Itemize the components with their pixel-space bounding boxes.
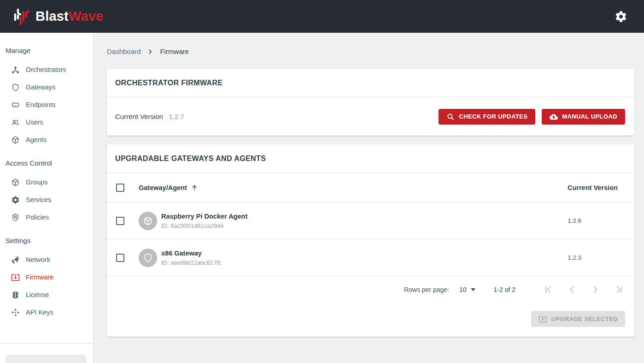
current-version: Current Version 1.2.7: [115, 113, 184, 120]
current-version-label: Current Version: [115, 113, 163, 120]
avatar: [139, 212, 157, 230]
sidebar-item-policies[interactable]: Policies: [0, 208, 93, 226]
shield-icon: [11, 83, 20, 92]
sidebar-item-services[interactable]: Services: [0, 191, 93, 208]
row-name: x86 Gateway: [161, 250, 222, 257]
pagination-range-label: 1-2 of 2: [494, 286, 515, 293]
users-icon: [11, 118, 20, 127]
row-text: Raspberry Pi Docker Agent ID: 9a29001d61…: [161, 213, 247, 229]
next-page-icon[interactable]: [590, 284, 601, 295]
last-page-icon[interactable]: [614, 284, 625, 295]
sidebar-item-label: Network: [26, 256, 50, 263]
sidebar-item-label: Agents: [26, 136, 47, 143]
blastwave-logo-icon: [13, 6, 30, 27]
sidebar-section-settings: Settings Network Firmware License: [0, 234, 93, 321]
orchestrator-card-title: ORCHESTRATOR FIRMWARE: [115, 79, 223, 87]
column-header-gateway-agent[interactable]: Gateway/Agent: [139, 184, 198, 191]
sidebar-item-api-keys[interactable]: API Keys: [0, 303, 93, 321]
current-version-value: 1.2.7: [169, 113, 184, 120]
caret-down-icon: [471, 288, 475, 291]
server-icon: [11, 101, 20, 109]
first-page-icon[interactable]: [542, 284, 553, 295]
row-checkbox[interactable]: [116, 254, 124, 262]
chevron-right-icon: [147, 48, 153, 55]
shield-icon: [143, 253, 153, 263]
avatar: [139, 249, 157, 267]
orchestrator-card-header: ORCHESTRATOR FIRMWARE: [107, 69, 634, 97]
row-checkbox[interactable]: [116, 217, 124, 225]
manual-upload-label: MANUAL UPLOAD: [562, 113, 617, 120]
pagination-bar: Rows per page: 10 1-2 of 2: [107, 276, 634, 303]
sidebar-item-users[interactable]: Users: [0, 113, 93, 131]
sidebar-item-groups[interactable]: Groups: [0, 173, 93, 191]
orchestrator-card-body: Current Version 1.2.7 CHECK FOR UPDATES: [107, 97, 634, 136]
row-version: 1.2.6: [568, 217, 581, 224]
gear-icon: [11, 196, 20, 204]
sidebar-item-network[interactable]: Network: [0, 251, 93, 268]
brand-name-blast: Blast: [35, 9, 69, 24]
sidebar-item-agents[interactable]: Agents: [0, 131, 93, 149]
manual-upload-button[interactable]: MANUAL UPLOAD: [542, 109, 625, 125]
upgrade-selected-label: UPGRADE SELECTED: [551, 315, 618, 322]
upgradable-gateways-card: UPGRADABLE GATEWAYS AND AGENTS Gateway/A…: [107, 144, 634, 337]
sidebar-bottom-divider: [0, 343, 93, 344]
api-keys-icon: [11, 308, 20, 317]
sidebar-item-label: Policies: [26, 214, 49, 221]
rows-per-page-select[interactable]: 10: [459, 286, 475, 293]
sidebar-heading-access-control: Access Control: [0, 156, 93, 173]
breadcrumb-dashboard[interactable]: Dashboard: [107, 48, 141, 55]
traffic-light-icon: [11, 291, 20, 299]
sidebar-item-label: API Keys: [26, 309, 53, 316]
row-name: Raspberry Pi Docker Agent: [161, 213, 247, 220]
breadcrumb: Dashboard Firmware: [107, 48, 634, 55]
upgrade-selected-button[interactable]: UPGRADE SELECTED: [531, 311, 625, 327]
package-icon: [143, 216, 153, 226]
sidebar-heading-settings: Settings: [0, 234, 93, 251]
orchestrator-firmware-card: ORCHESTRATOR FIRMWARE Current Version 1.…: [107, 69, 634, 136]
search-icon: [446, 113, 455, 121]
sidebar-item-label: Gateways: [26, 83, 55, 91]
row-id: ID: aee88d12abc617fc: [161, 259, 222, 266]
sidebar-collapse-button[interactable]: [6, 355, 87, 363]
sidebar-item-gateways[interactable]: Gateways: [0, 78, 93, 96]
select-all-checkbox[interactable]: [116, 184, 124, 192]
gateways-card-header: UPGRADABLE GATEWAYS AND AGENTS: [107, 144, 634, 173]
brand-name-wave: Wave: [69, 9, 103, 24]
cloud-upload-icon: [550, 113, 558, 121]
breadcrumb-firmware: Firmware: [160, 48, 189, 55]
sidebar-item-label: Firmware: [26, 274, 53, 281]
table-row[interactable]: Raspberry Pi Docker Agent ID: 9a29001d61…: [107, 202, 634, 239]
sidebar-section-access-control: Access Control Groups Services Policies: [0, 156, 93, 226]
upgrade-action-row: UPGRADE SELECTED: [107, 303, 634, 337]
sidebar: Manage Orchestrators Gateways Endpoints: [0, 33, 94, 363]
package-icon: [11, 136, 20, 144]
brand-name: BlastWave: [35, 9, 103, 24]
table-header-row: Gateway/Agent Current Version: [107, 173, 634, 202]
sidebar-item-label: Services: [26, 196, 52, 203]
policy-shield-icon: [11, 213, 20, 222]
sidebar-item-orchestrators[interactable]: Orchestrators: [0, 61, 93, 78]
device-hub-icon: [11, 65, 20, 74]
table-row[interactable]: x86 Gateway ID: aee88d12abc617fc 1.2.3: [107, 239, 634, 276]
check-for-updates-button[interactable]: CHECK FOR UPDATES: [439, 109, 535, 125]
row-text: x86 Gateway ID: aee88d12abc617fc: [161, 250, 222, 266]
settings-gear-icon[interactable]: [615, 10, 627, 23]
sidebar-item-label: Endpoints: [26, 101, 56, 108]
row-id: ID: 9a29001d61ca29d4: [161, 222, 247, 229]
sort-ascending-icon: [191, 184, 198, 191]
firmware-download-icon: [539, 315, 547, 323]
top-bar: BlastWave: [0, 0, 644, 33]
column-header-gateway-agent-label: Gateway/Agent: [139, 184, 187, 191]
brand-logo[interactable]: BlastWave: [13, 6, 103, 27]
previous-page-icon[interactable]: [566, 284, 577, 295]
globe-lock-icon: [11, 256, 20, 264]
sidebar-item-firmware[interactable]: Firmware: [0, 268, 93, 286]
gateways-card-title: UPGRADABLE GATEWAYS AND AGENTS: [115, 155, 266, 163]
package-icon: [11, 178, 20, 187]
sidebar-item-endpoints[interactable]: Endpoints: [0, 96, 93, 113]
firmware-download-icon: [11, 273, 20, 282]
check-for-updates-label: CHECK FOR UPDATES: [459, 113, 527, 120]
sidebar-heading-manage: Manage: [0, 44, 93, 61]
main-content: Dashboard Firmware ORCHESTRATOR FIRMWARE…: [94, 33, 644, 363]
sidebar-item-license[interactable]: License: [0, 286, 93, 303]
